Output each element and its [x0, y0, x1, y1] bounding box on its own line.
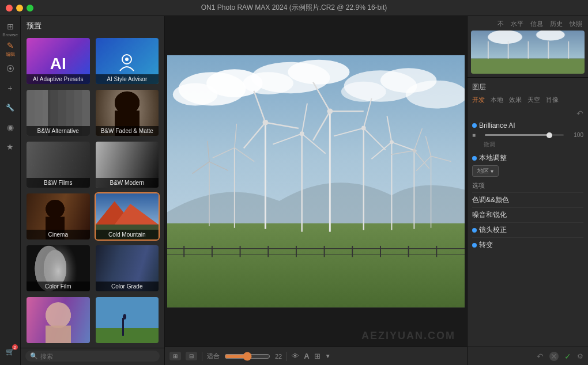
close-button[interactable]	[6, 5, 13, 12]
transform-label: 转变	[479, 240, 493, 250]
zoom-slider[interactable]	[224, 352, 270, 361]
sidebar-item-star[interactable]: ★	[2, 138, 19, 155]
browse-icon: ⊞	[7, 22, 14, 31]
dev-tab-local[interactable]: 本地	[491, 96, 503, 104]
text-icon[interactable]: A	[304, 352, 309, 360]
presets-search: 🔍	[21, 348, 164, 365]
preset-ai-style[interactable]: AI Style Advisor	[95, 37, 160, 85]
transform-row[interactable]: 转变	[472, 237, 583, 252]
layer-label: 图层	[472, 82, 583, 92]
preset-cinema[interactable]: Cinema	[25, 192, 91, 241]
region-label: 地区	[477, 167, 489, 175]
svg-point-7	[288, 60, 349, 85]
preset-bw-modern-label: B&W Modern	[96, 178, 159, 188]
ai-style-icon	[115, 52, 138, 75]
minimize-button[interactable]	[16, 5, 23, 12]
search-icon: 🔍	[30, 352, 38, 360]
main-photo	[167, 52, 465, 311]
preset-landscape[interactable]	[95, 296, 160, 344]
preset-color-grade[interactable]: Color Grade	[95, 244, 160, 292]
bottom-toolbar: ⊞ ⊟ 适合 22 👁 A ⊞ ▼	[165, 347, 467, 365]
region-row: 地区 ▾	[472, 165, 583, 177]
check-bottom-icon[interactable]: ✓	[564, 352, 571, 361]
color-icon: ◉	[7, 123, 14, 132]
tab-snapshot[interactable]: 快照	[570, 20, 582, 28]
slider-track[interactable]	[485, 134, 564, 136]
tab-history[interactable]: 历史	[550, 20, 563, 28]
slider-icon: ■	[472, 132, 481, 138]
region-chevron: ▾	[491, 168, 493, 174]
svg-point-5	[173, 83, 218, 106]
canvas-area: ⊞ ⊟ 适合 22 👁 A ⊞ ▼ AEZIYUAN.COM	[165, 16, 467, 365]
options-label: 选项	[472, 181, 583, 190]
dev-tabs: 开发 本地 效果 天空 肖像	[472, 96, 583, 104]
dev-tab-effects[interactable]: 效果	[509, 96, 522, 104]
brilliance-dot	[472, 123, 477, 128]
preset-portrait[interactable]	[25, 296, 91, 344]
sidebar-item-tools[interactable]: 🔧	[2, 99, 19, 116]
sidebar-item-browse[interactable]: ⊞ Browse	[2, 21, 19, 38]
tab-shuiping[interactable]: 水平	[511, 20, 523, 28]
preset-ai-adaptive[interactable]: AI AI Adaptive Presets	[25, 37, 91, 85]
right-body: 图层 开发 本地 效果 天空 肖像 ↶ Brilliance AI	[468, 78, 588, 347]
preset-bw-films[interactable]: B&W Films	[25, 140, 91, 189]
slider-thumb[interactable]	[546, 132, 552, 138]
right-top: 不 水平 信息 历史 快照	[468, 16, 588, 78]
preset-bw-faded[interactable]: B&W Faded & Matte	[95, 89, 160, 137]
preset-bw-modern[interactable]: B&W Modern	[95, 140, 160, 189]
dev-tab-portrait[interactable]: 肖像	[546, 96, 559, 104]
undo-icon[interactable]: ↶	[576, 109, 583, 118]
brilliance-label: Brilliance AI	[479, 121, 515, 130]
slider-value: 100	[567, 132, 583, 138]
add-icon: +	[7, 83, 12, 93]
toolbar-sep-1	[202, 352, 202, 361]
window-title: ON1 Photo RAW MAX 2024 (示例照片.CR2 @ 22.9%…	[201, 3, 387, 13]
transform-dot	[472, 243, 477, 248]
histogram-preview	[471, 31, 585, 74]
local-adjust-label: 本地调整	[479, 153, 507, 163]
brilliance-section: Brilliance AI ■ 100 微调	[472, 121, 583, 149]
svg-rect-13	[167, 223, 465, 307]
view-grid-button[interactable]: ⊞	[169, 352, 181, 360]
preset-color-film[interactable]: Color Film	[25, 244, 91, 292]
preset-bw-faded-label: B&W Faded & Matte	[96, 126, 159, 136]
sidebar-item-color[interactable]: ◉	[2, 119, 19, 136]
grid-icon[interactable]: ⊞	[314, 352, 321, 360]
preset-color-grade-label: Color Grade	[96, 282, 159, 291]
presets-panel: 预置 AI AI Adaptive Presets AI Style	[21, 16, 165, 365]
noise-sharpen-row[interactable]: 噪音和锐化	[472, 207, 583, 222]
presets-header: 预置	[21, 16, 164, 33]
lens-correction-row[interactable]: 镜头校正	[472, 222, 583, 237]
dev-tab-sky[interactable]: 天空	[527, 96, 540, 104]
edit-label: 编辑	[6, 51, 15, 58]
lens-correction-label: 镜头校正	[479, 225, 507, 235]
local-adjust-title[interactable]: 本地调整	[472, 153, 583, 163]
sidebar-item-add[interactable]: +	[2, 79, 19, 97]
svg-point-12	[406, 81, 465, 109]
preset-bw-alt[interactable]: B&W Alternative	[25, 89, 91, 137]
maximize-button[interactable]	[27, 5, 33, 12]
sidebar-item-local[interactable]: ⦿	[2, 60, 19, 77]
local-icon: ⦿	[6, 64, 14, 73]
close-bottom-icon[interactable]: ✕	[549, 352, 559, 361]
toolbar-arrow[interactable]: ▼	[325, 353, 331, 359]
undo-bottom-icon[interactable]: ↶	[537, 352, 544, 361]
titlebar: ON1 Photo RAW MAX 2024 (示例照片.CR2 @ 22.9%…	[0, 0, 588, 16]
settings-bottom-icon[interactable]: ⚙	[577, 352, 583, 360]
sidebar-item-cart[interactable]: 🛒 2	[2, 343, 19, 360]
tools-icon: 🔧	[6, 104, 14, 112]
preset-cold-mountain[interactable]: Cold Mountain	[95, 192, 160, 241]
tab-bu[interactable]: 不	[497, 20, 504, 28]
dev-tab-develop[interactable]: 开发	[472, 96, 485, 104]
sidebar-item-edit[interactable]: ✎ 编辑	[2, 40, 19, 58]
view-single-button[interactable]: ⊟	[186, 352, 197, 360]
edit-icon: ✎	[7, 41, 14, 50]
tone-color-row[interactable]: 色调&&颜色	[472, 192, 583, 207]
search-box[interactable]: 🔍	[25, 351, 160, 362]
traffic-lights	[6, 5, 33, 12]
tab-info[interactable]: 信息	[530, 20, 543, 28]
brilliance-title[interactable]: Brilliance AI	[472, 121, 583, 130]
region-button[interactable]: 地区 ▾	[472, 165, 499, 177]
eye-icon[interactable]: 👁	[292, 352, 299, 360]
search-input[interactable]	[40, 353, 155, 360]
